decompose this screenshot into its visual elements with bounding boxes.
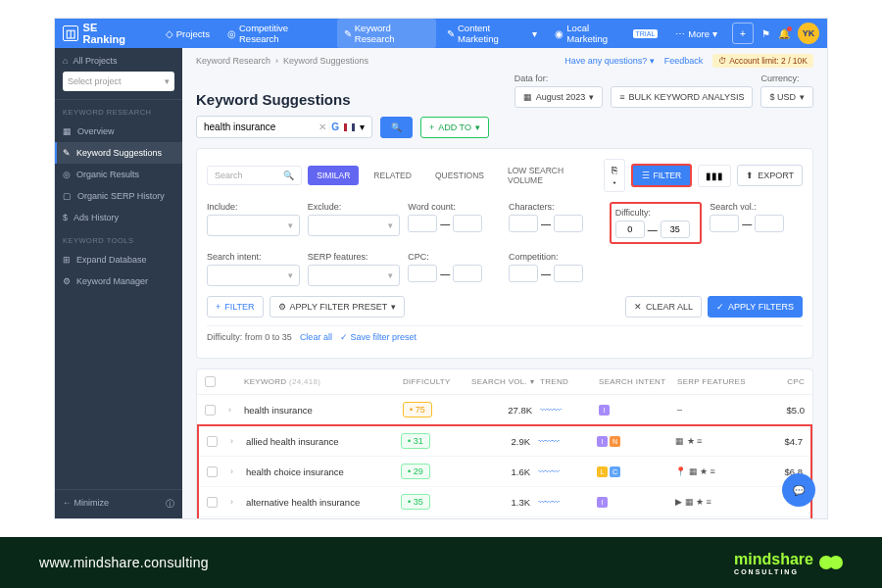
tab-related[interactable]: RELATED xyxy=(365,166,420,185)
month-select[interactable]: ▦ August 2023 ▾ xyxy=(514,86,604,108)
serp-cell: ▶ ▦ ★ ≡ xyxy=(675,497,763,507)
serp-cell: 📍 ▦ ★ ≡ xyxy=(675,466,763,476)
trend-sparkline: 〰〰〰 xyxy=(538,437,597,446)
competition-filter[interactable]: — xyxy=(509,265,602,282)
expand-icon[interactable]: › xyxy=(230,436,246,446)
sb-organic[interactable]: ◎ Organic Results xyxy=(55,164,182,185)
add-to-button[interactable]: + ADD TO ▾ xyxy=(420,117,489,138)
apply-filters-button[interactable]: ✓ APPLY FILTERS xyxy=(708,296,803,318)
clear-link[interactable]: Clear all xyxy=(300,332,332,342)
table-row[interactable]: › alternative health insurance • 35 1.3K… xyxy=(199,487,810,517)
tab-questions[interactable]: QUESTIONS xyxy=(426,166,493,185)
keyword-cell: allied health insurance xyxy=(246,436,401,447)
nav-competitive[interactable]: ◎ Competitive Research xyxy=(220,19,333,48)
preset-button[interactable]: ⚙ APPLY FILTER PRESET ▾ xyxy=(270,296,406,318)
intent-cell: LC xyxy=(597,466,675,477)
chat-fab[interactable]: 💬 xyxy=(782,473,815,507)
nav-keyword[interactable]: ✎ Keyword Research xyxy=(337,19,436,48)
select-all-checkbox[interactable] xyxy=(205,376,216,387)
table-row[interactable]: › colonial health insurance • 24 1K 〰〰〰 … xyxy=(199,517,810,518)
row-checkbox[interactable] xyxy=(205,405,216,416)
feedback-link[interactable]: Feedback xyxy=(664,56,704,66)
sb-suggestions[interactable]: ✎ Keyword Suggestions xyxy=(55,142,182,164)
row-checkbox[interactable] xyxy=(207,497,218,508)
save-preset-link[interactable]: ✓ Save filter preset xyxy=(340,332,416,342)
results-table: KEYWORD (24,418) DIFFICULTYSEARCH VOL. ▾… xyxy=(196,368,813,518)
nav-local[interactable]: ◉ Local MarketingTRIAL xyxy=(548,19,664,48)
row-checkbox[interactable] xyxy=(207,436,218,447)
expand-icon[interactable]: › xyxy=(230,497,246,507)
mini-search[interactable]: Search🔍 xyxy=(207,166,302,185)
sidebar-group: KEYWORD RESEARCH xyxy=(55,100,182,121)
table-row[interactable]: › health insurance • 75 27.8K 〰〰〰 I – $5… xyxy=(197,395,812,425)
currency-label: Currency: xyxy=(760,74,813,83)
intent-cell: I xyxy=(597,497,675,508)
clear-icon[interactable]: ✕ xyxy=(318,122,326,132)
expand-icon[interactable]: › xyxy=(228,405,244,415)
copy-button[interactable]: ⎘ ▾ xyxy=(604,159,625,192)
trend-sparkline: 〰〰〰 xyxy=(538,467,597,476)
project-select[interactable]: Select project▾ xyxy=(63,72,174,91)
google-icon: G xyxy=(331,122,339,132)
keyword-cell: health insurance xyxy=(244,405,403,416)
include-filter[interactable]: ▾ xyxy=(207,215,300,236)
exclude-filter[interactable]: ▾ xyxy=(308,215,401,236)
keyword-input[interactable]: health insurance ✕ G ▾ xyxy=(196,116,372,138)
cpc-filter[interactable]: — xyxy=(408,265,501,282)
table-row[interactable]: › allied health insurance • 31 2.9K 〰〰〰 … xyxy=(199,426,810,457)
nav-more[interactable]: ⋯ More ▾ xyxy=(668,19,724,48)
word-count-filter[interactable]: — xyxy=(408,215,501,232)
account-limit: ⏱ Account limit: 2 / 10K xyxy=(712,54,813,68)
flag-us-icon[interactable] xyxy=(344,123,355,131)
sb-manager[interactable]: ⚙ Keyword Manager xyxy=(55,270,182,292)
tab-similar[interactable]: SIMILAR xyxy=(308,166,359,185)
difficulty-badge: • 75 xyxy=(403,402,432,417)
help-icon[interactable]: ⓘ xyxy=(166,498,174,511)
columns-button[interactable]: ▮▮▮ xyxy=(698,165,731,187)
brand-logo[interactable]: ◫ SE Ranking xyxy=(63,22,141,45)
volume-cell: 1.6K xyxy=(469,466,538,477)
row-checkbox[interactable] xyxy=(207,466,218,477)
intent-cell: I xyxy=(599,405,677,416)
sb-expand[interactable]: ⊞ Expand Database xyxy=(55,249,182,270)
trend-sparkline: 〰〰〰 xyxy=(538,498,597,507)
brand-name: SE Ranking xyxy=(83,22,141,45)
intent-filter[interactable]: ▾ xyxy=(207,265,300,286)
add-filter-button[interactable]: + FILTER xyxy=(207,296,264,318)
difficulty-badge: • 29 xyxy=(401,464,430,479)
tab-low[interactable]: LOW SEARCH VOLUME xyxy=(499,161,598,190)
difficulty-badge: • 31 xyxy=(401,433,430,449)
difficulty-filter[interactable]: — xyxy=(615,220,697,238)
sb-overview[interactable]: ▦ Overview xyxy=(55,121,182,142)
clear-all-button[interactable]: ✕ CLEAR ALL xyxy=(625,296,702,318)
cpc-cell: $5.0 xyxy=(765,405,805,416)
all-projects[interactable]: ⌂ All Projects xyxy=(63,56,174,66)
search-button[interactable]: 🔍 xyxy=(380,117,413,138)
keyword-cell: health choice insurance xyxy=(246,466,401,477)
breadcrumb: Keyword Research › Keyword Suggestions xyxy=(196,56,368,66)
sb-ads[interactable]: $ Ads History xyxy=(55,207,182,228)
volume-filter[interactable]: — xyxy=(710,215,803,232)
bell-icon[interactable]: 🔔 xyxy=(778,28,790,39)
chars-filter[interactable]: — xyxy=(509,215,602,232)
nav-projects[interactable]: ◇ Projects xyxy=(159,19,217,48)
nav-content[interactable]: ✎ Content Marketing ▾ xyxy=(440,19,544,48)
page-footer: www.mindshare.consulting mindshareCONSUL… xyxy=(0,537,882,588)
questions-link[interactable]: Have any questions? ▾ xyxy=(564,56,655,66)
difficulty-badge: • 35 xyxy=(401,494,430,510)
applied-filter: Difficulty: from 0 to 35 xyxy=(207,332,292,342)
bulk-analysis-button[interactable]: ≡ BULK KEYWORD ANALYSIS xyxy=(611,86,753,108)
minimize-button[interactable]: ← Minimize xyxy=(63,498,109,511)
footer-url: www.mindshare.consulting xyxy=(39,555,209,570)
export-button[interactable]: ⬆ EXPORT xyxy=(737,165,803,186)
avatar[interactable]: YK xyxy=(798,23,819,44)
sb-serp-history[interactable]: ▢ Organic SERP History xyxy=(55,185,182,207)
flag-icon[interactable]: ⚑ xyxy=(761,28,770,39)
data-for-label: Data for: xyxy=(514,74,604,83)
table-row[interactable]: › health choice insurance • 29 1.6K 〰〰〰 … xyxy=(199,457,810,487)
currency-select[interactable]: $ USD ▾ xyxy=(760,86,813,108)
filter-button[interactable]: ☰ FILTER xyxy=(631,164,693,187)
expand-icon[interactable]: › xyxy=(230,466,246,476)
add-button[interactable]: + xyxy=(732,23,754,44)
serp-filter[interactable]: ▾ xyxy=(308,265,401,286)
